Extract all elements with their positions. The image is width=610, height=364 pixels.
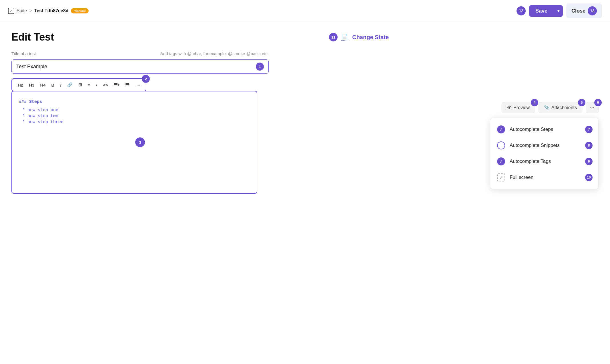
attachments-button[interactable]: 📎 Attachments 5 xyxy=(539,102,582,113)
attachments-label: Attachments xyxy=(551,105,577,110)
page-wrapper: Edit Test 11 📄 Change State Title of a t… xyxy=(0,22,610,203)
save-button[interactable]: Save ▾ xyxy=(529,5,563,17)
tags-hint: Add tags with @ char, for example: @smok… xyxy=(160,51,269,56)
autocomplete-tags-label: Autocomplete Tags xyxy=(510,159,551,164)
form-section: Title of a test Add tags with @ char, fo… xyxy=(11,51,269,194)
suite-icon: ✓ xyxy=(8,8,14,14)
h4-button[interactable]: H4 xyxy=(38,81,48,89)
link-button[interactable]: 🔗 xyxy=(65,81,75,89)
main-content: Edit Test 11 📄 Change State Title of a t… xyxy=(0,22,400,203)
editor-list-item-3: * new step three xyxy=(22,120,250,125)
table-button[interactable]: ⊞ xyxy=(76,81,84,89)
check-icon-snippets xyxy=(497,141,505,149)
page-title-row: Edit Test 11 📄 Change State xyxy=(11,31,389,43)
fullscreen-label: Full screen xyxy=(510,175,533,180)
close-label: Close xyxy=(571,8,585,14)
h3-button[interactable]: H3 xyxy=(27,81,37,89)
paperclip-icon: 📎 xyxy=(544,105,550,110)
suite-label: Suite xyxy=(17,8,27,13)
editor-wrapper: ### Steps * new step one * new step two … xyxy=(11,91,269,194)
fullscreen-icon: ⤢ xyxy=(497,173,505,181)
editor-heading: ### Steps xyxy=(19,99,250,104)
more-toolbar-button[interactable]: ··· xyxy=(134,81,143,89)
unordered-list-button[interactable]: • xyxy=(93,81,99,89)
autocomplete-tags-badge: 9 xyxy=(585,158,593,165)
change-state-label: Change State xyxy=(352,34,389,41)
list-add-button[interactable]: ☰+ xyxy=(111,81,122,89)
fullscreen-badge: 10 xyxy=(585,174,593,181)
preview-button[interactable]: 👁 Preview 4 xyxy=(502,102,535,113)
dropdown-item-autocomplete-snippets[interactable]: Autocomplete Snippets 8 xyxy=(490,137,598,153)
bold-button[interactable]: B xyxy=(49,81,57,89)
more-options-button[interactable]: ··· 6 xyxy=(586,102,599,113)
title-input[interactable] xyxy=(16,64,256,70)
editor-badge: 3 xyxy=(135,137,145,147)
right-panel: 👁 Preview 4 📎 Attachments 5 ··· 6 ✓ Auto… xyxy=(490,102,599,189)
autocomplete-steps-label: Autocomplete Steps xyxy=(510,127,553,132)
close-badge-number: 13 xyxy=(588,6,597,15)
list-indent-button[interactable]: ☰↑ xyxy=(123,81,133,89)
header-actions: 12 Save ▾ Close 13 xyxy=(517,3,602,18)
title-input-row: 1 xyxy=(11,59,269,74)
header-bar: ✓ Suite > Test Tdb87ee8d manual 12 Save … xyxy=(0,0,610,22)
check-icon-tags: ✓ xyxy=(497,157,505,165)
preview-label: Preview xyxy=(513,105,530,110)
preview-badge: 4 xyxy=(531,99,538,106)
dropdown-item-autocomplete-tags[interactable]: ✓ Autocomplete Tags 9 xyxy=(490,153,598,169)
check-icon-steps: ✓ xyxy=(497,125,505,133)
title-badge: 1 xyxy=(256,63,264,71)
dropdown-menu: ✓ Autocomplete Steps 7 Autocomplete Snip… xyxy=(490,118,599,189)
editor-list-item-2: * new step two xyxy=(22,114,250,119)
dropdown-item-fullscreen[interactable]: ⤢ Full screen 10 xyxy=(490,169,598,185)
save-chevron-icon[interactable]: ▾ xyxy=(554,6,563,16)
save-label: Save xyxy=(529,5,554,17)
breadcrumb-separator: > xyxy=(29,8,32,13)
save-badge-number: 12 xyxy=(517,6,526,15)
editor-toolbar: H2 H3 H4 B I 🔗 ⊞ ≡ • <> ☰+ ☰↑ ··· 2 xyxy=(11,78,146,91)
manual-badge: manual xyxy=(71,8,89,13)
autocomplete-snippets-label: Autocomplete Snippets xyxy=(510,143,560,148)
toolbar-badge: 2 xyxy=(142,75,150,83)
more-badge: 6 xyxy=(594,99,602,106)
change-state-icon: 📄 xyxy=(341,34,348,41)
change-state-badge: 11 xyxy=(329,33,338,41)
breadcrumb: ✓ Suite > Test Tdb87ee8d manual xyxy=(8,8,89,14)
test-name: Test Tdb87ee8d xyxy=(34,8,69,13)
editor-list-item-1: * new step one xyxy=(22,108,250,113)
dropdown-item-autocomplete-steps[interactable]: ✓ Autocomplete Steps 7 xyxy=(490,121,598,137)
autocomplete-snippets-badge: 8 xyxy=(585,142,593,149)
h2-button[interactable]: H2 xyxy=(15,81,25,89)
close-button[interactable]: Close 13 xyxy=(566,3,602,18)
attachments-badge: 5 xyxy=(578,99,585,106)
code-button[interactable]: <> xyxy=(101,81,111,89)
title-field-label: Title of a test xyxy=(11,51,36,56)
page-title: Edit Test xyxy=(11,31,54,43)
autocomplete-steps-badge: 7 xyxy=(585,126,593,133)
editor-area[interactable]: ### Steps * new step one * new step two … xyxy=(11,91,257,194)
preview-actions: 👁 Preview 4 📎 Attachments 5 ··· 6 xyxy=(490,102,599,113)
italic-button[interactable]: I xyxy=(58,81,63,89)
ordered-list-button[interactable]: ≡ xyxy=(85,81,93,89)
eye-icon: 👁 xyxy=(507,105,512,110)
change-state-button[interactable]: 11 📄 Change State xyxy=(329,33,389,41)
